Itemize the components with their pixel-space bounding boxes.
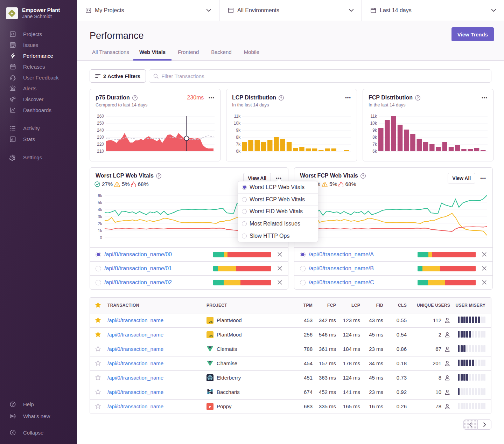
svg-text:260: 260 <box>97 114 104 119</box>
svg-text:8k: 8k <box>372 135 377 140</box>
svg-text:3k: 3k <box>98 214 103 219</box>
svg-text:210: 210 <box>97 149 104 154</box>
svg-text:1k: 1k <box>98 228 103 233</box>
svg-text:e: e <box>209 404 211 409</box>
svg-text:9k: 9k <box>236 128 241 133</box>
svg-text:6k: 6k <box>98 193 103 198</box>
svg-text:0: 0 <box>100 235 102 240</box>
svg-text:10k: 10k <box>370 121 377 126</box>
svg-text:JS: JS <box>209 334 213 338</box>
svg-text:240: 240 <box>97 128 104 133</box>
svg-text:11k: 11k <box>371 114 377 119</box>
svg-text:9k: 9k <box>372 128 377 133</box>
svg-text:7k: 7k <box>372 142 377 147</box>
svg-text:11k: 11k <box>234 114 241 119</box>
svg-text:10k: 10k <box>234 121 241 126</box>
svg-text:8k: 8k <box>236 135 241 140</box>
svg-text:JS: JS <box>209 320 213 323</box>
svg-text:230: 230 <box>97 135 104 140</box>
svg-text:6k: 6k <box>372 149 377 154</box>
svg-text:5k: 5k <box>98 200 103 205</box>
svg-text:2k: 2k <box>98 221 103 226</box>
svg-text:6k: 6k <box>236 149 241 154</box>
svg-text:220: 220 <box>97 142 104 147</box>
svg-text:250: 250 <box>97 121 104 126</box>
svg-text:4k: 4k <box>98 207 103 212</box>
svg-text:7k: 7k <box>236 142 241 147</box>
